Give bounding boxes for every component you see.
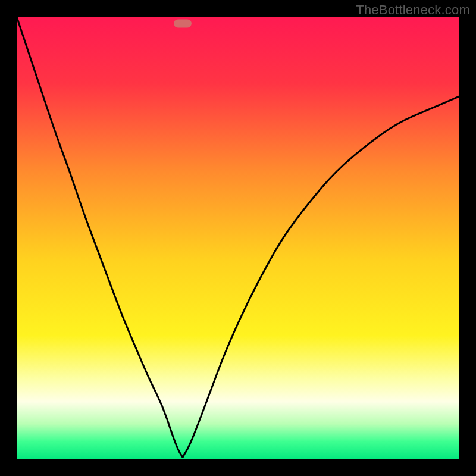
optimum-marker	[174, 19, 192, 27]
optimum-marker-pill	[174, 19, 192, 27]
watermark-text: TheBottleneck.com	[356, 2, 470, 18]
plot-area	[17, 17, 459, 459]
chart-frame: TheBottleneck.com	[0, 0, 476, 476]
gradient-background	[17, 17, 459, 459]
chart-svg	[17, 17, 459, 459]
